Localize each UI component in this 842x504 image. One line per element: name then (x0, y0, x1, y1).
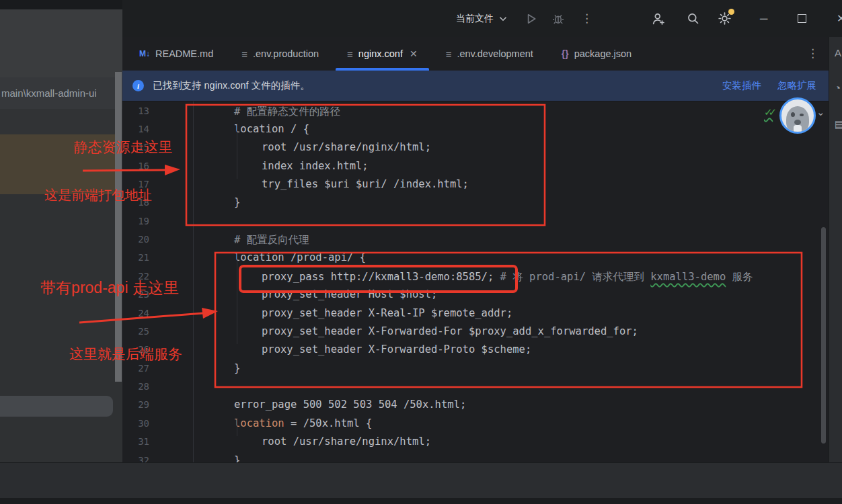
widget-chevron-down-icon[interactable]: ⌄ (816, 106, 825, 118)
code-line-22: proxy_pass http://kxmall3-demo:8585/; # … (262, 270, 753, 284)
markdown-icon: M↓ (139, 49, 150, 58)
assistant-avatar[interactable] (779, 97, 816, 134)
tab--env-development[interactable]: ≡.env.development (432, 37, 547, 71)
banner-message: 已找到支持 nginx.conf 文件的插件。 (153, 79, 310, 92)
code-line-15: root /usr/share/nginx/html; (262, 141, 431, 153)
tab--env-production[interactable]: ≡.env.production (227, 37, 333, 71)
right-stripe-icon-3[interactable]: ▤ (835, 118, 842, 130)
line-number: 20 (122, 234, 149, 245)
tab-list-more-icon[interactable]: ⋮ (807, 46, 818, 60)
bottom-edge-strip (0, 498, 842, 504)
code-line-27: } (234, 362, 240, 374)
text-file-icon: ≡ (446, 48, 452, 60)
code-line-24: proxy_set_header X-Real-IP $remote_addr; (262, 307, 512, 319)
code-line-18: } (234, 196, 240, 208)
line-number: 31 (122, 436, 149, 447)
run-configuration-selector[interactable]: 当前文件 (456, 0, 509, 37)
tab-label: nginx.conf (358, 48, 403, 59)
code-line-31: root /usr/share/nginx/html; (262, 435, 431, 448)
code-line-17: try_files $uri $uri/ /index.html; (262, 178, 469, 190)
settings-badge (728, 9, 734, 15)
indent-guide (237, 418, 237, 436)
nginx-keyword: location (234, 417, 284, 429)
chevron-down-icon (497, 13, 509, 25)
right-tool-stripe (829, 37, 842, 462)
line-number: 16 (122, 161, 149, 171)
line-number: 19 (122, 216, 149, 226)
indent-guide (237, 124, 237, 179)
tab-package-json[interactable]: {}package.json (547, 37, 646, 71)
code-line-20: # 配置反向代理 (234, 233, 309, 247)
code-line-26: proxy_set_header X-Forwarded-Proto $sche… (262, 343, 531, 355)
left-panel-top (0, 9, 122, 77)
code-line-21: location /prod-api/ { (234, 251, 366, 263)
minimize-button[interactable]: ─ (760, 0, 767, 37)
right-stripe-icon-2[interactable]: ◔ (835, 82, 841, 93)
right-stripe-icon-1[interactable]: A (835, 47, 841, 58)
left-panel-scrollbar[interactable] (115, 72, 122, 382)
tab-label: README.md (155, 48, 213, 59)
plugin-suggestion-banner: i 已找到支持 nginx.conf 文件的插件。 安装插件忽略扩展 (122, 71, 829, 101)
gutter-separator (193, 101, 194, 462)
code-comment: # 配置反向代理 (234, 234, 309, 246)
banner-actions: 安装插件忽略扩展 (722, 79, 816, 92)
install-plugin-link[interactable]: 安装插件 (722, 79, 761, 92)
code-line-25: proxy_set_header X-Forwarded-For $proxy_… (262, 325, 638, 337)
anno-prod-api: 带有prod-api 走这里 (40, 278, 179, 298)
code-line-14: location / { (234, 123, 309, 135)
title-bar: 当前文件 ⋮ ─ ✕ (122, 0, 842, 37)
tab-close-icon[interactable]: ✕ (410, 48, 418, 59)
anno-static-resources: 静态资源走这里 (74, 138, 173, 157)
anno-backend-service: 这里就是后端服务 (69, 345, 182, 364)
inspections-ok-icon[interactable]: ✓✓ (764, 106, 773, 118)
text-file-icon: ≡ (347, 48, 353, 60)
tab-label: .env.production (253, 48, 319, 59)
run-button[interactable] (525, 0, 538, 37)
editor-scrollbar[interactable] (821, 227, 826, 444)
avatar-face (786, 106, 809, 133)
typo-squiggle-word: kxmall3-demo (650, 271, 726, 283)
anno-frontend-build: 这是前端打包地址 (44, 186, 152, 204)
line-number: 14 (122, 124, 149, 134)
line-number: 30 (122, 418, 149, 429)
line-number: 25 (122, 326, 149, 337)
json-braces-icon: {} (562, 48, 569, 59)
code-line-13: # 配置静态文件的路径 (234, 105, 340, 119)
line-number: 28 (122, 381, 149, 392)
more-options-icon[interactable]: ⋮ (581, 0, 592, 37)
left-panel-hover-item[interactable] (0, 396, 113, 417)
line-number: 13 (122, 106, 149, 116)
add-user-icon[interactable] (651, 0, 666, 37)
screen: main\kxmall-admin-ui 当前文件 ⋮ ─ (0, 0, 842, 504)
line-number: 32 (122, 455, 149, 462)
debug-button[interactable] (551, 0, 565, 37)
info-icon: i (132, 80, 144, 91)
ignore-extension-link[interactable]: 忽略扩展 (777, 79, 816, 92)
line-number: 24 (122, 308, 149, 319)
tab-readme-md[interactable]: M↓README.md (125, 37, 227, 71)
tab-nginx-conf[interactable]: ≡nginx.conf✕ (333, 37, 432, 71)
indent-guide (237, 252, 237, 344)
settings-icon[interactable] (717, 0, 732, 37)
close-button[interactable]: ✕ (837, 0, 842, 37)
code-line-32: } (234, 454, 240, 462)
maximize-button[interactable] (798, 0, 806, 37)
left-panel-row (0, 109, 122, 134)
line-number: 29 (122, 399, 149, 410)
tab-bar: M↓README.md≡.env.production≡nginx.conf✕≡… (122, 37, 829, 71)
code-comment: # 配置静态文件的路径 (234, 106, 340, 118)
line-number: 27 (122, 363, 149, 374)
text-file-icon: ≡ (241, 48, 247, 60)
tab-label: .env.development (457, 48, 533, 59)
code-line-23: proxy_set_header Host $host; (262, 288, 437, 300)
left-panel-path: main\kxmall-admin-ui (0, 77, 122, 109)
background-window-panel: main\kxmall-admin-ui (0, 9, 122, 462)
code-line-29: error_page 500 502 503 504 /50x.html; (234, 398, 466, 411)
code-editor[interactable]: 1314151617181920212223242526272829303132… (122, 101, 829, 462)
run-configuration-label: 当前文件 (456, 13, 494, 25)
status-bar-area (0, 462, 842, 498)
tab-label: package.json (574, 48, 632, 59)
code-line-30: location = /50x.html { (234, 417, 372, 429)
code-comment: # 将 prod-api/ 请求代理到 kxmall3-demo 服务 (500, 271, 753, 283)
search-icon[interactable] (686, 0, 700, 37)
